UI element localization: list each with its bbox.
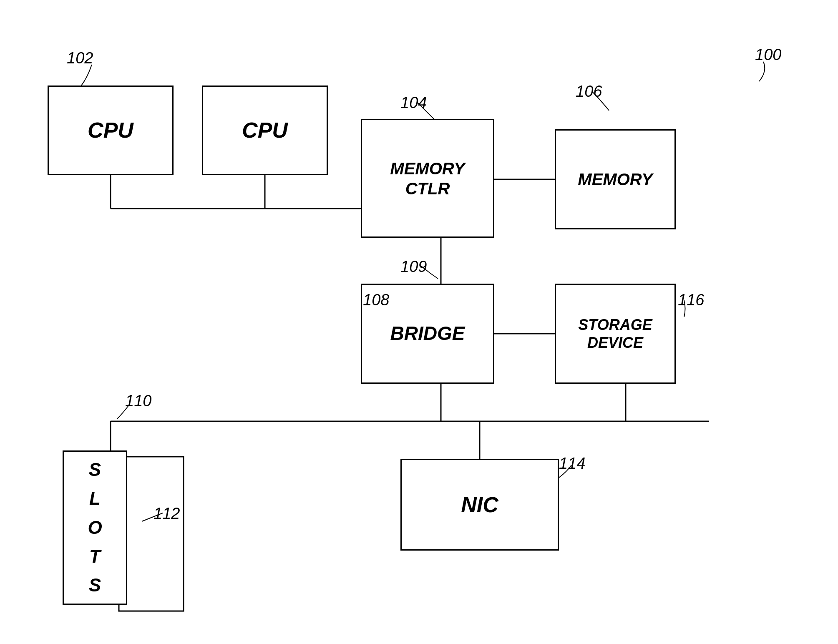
svg-rect-12 bbox=[119, 457, 184, 611]
memory-block: MEMORY bbox=[555, 129, 676, 229]
memory-ctlr-block: MEMORY CTLR bbox=[361, 119, 494, 238]
label-102: 102 bbox=[67, 49, 93, 67]
label-110: 110 bbox=[125, 392, 151, 410]
label-106: 106 bbox=[576, 83, 602, 101]
cpu2-block: CPU bbox=[202, 86, 328, 175]
label-108: 108 bbox=[363, 291, 389, 309]
nic-block: NIC bbox=[400, 459, 559, 551]
slots-block: S L O T S bbox=[63, 450, 127, 605]
cpu1-block: CPU bbox=[48, 86, 174, 175]
label-116: 116 bbox=[678, 291, 704, 309]
label-109: 109 bbox=[400, 258, 427, 276]
label-114: 114 bbox=[559, 455, 585, 473]
label-112: 112 bbox=[154, 505, 180, 523]
label-104: 104 bbox=[400, 94, 427, 112]
label-100: 100 bbox=[755, 46, 781, 64]
diagram-container: { "diagram": { "title": "System Architec… bbox=[0, 0, 838, 644]
storage-device-block: STORAGE DEVICE bbox=[555, 284, 676, 384]
